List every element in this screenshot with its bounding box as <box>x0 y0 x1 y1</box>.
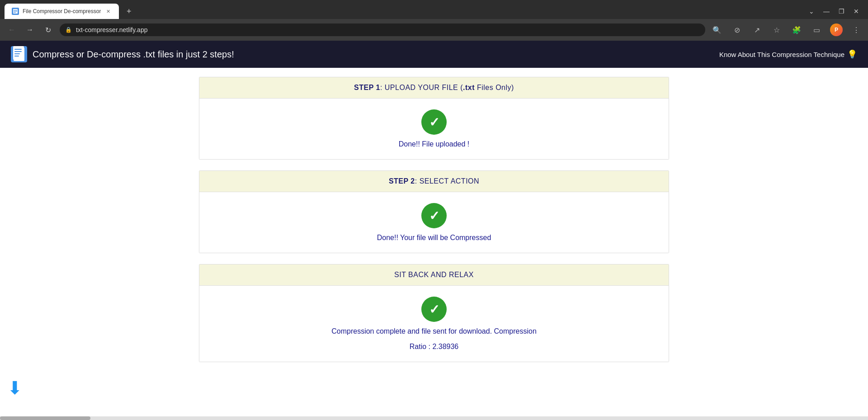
tab-close-button[interactable]: ✕ <box>104 8 112 15</box>
bookmark-icon[interactable]: ☆ <box>770 24 783 36</box>
svg-rect-2 <box>14 10 17 10</box>
step3-body: ✓ Compression complete and file sent for… <box>199 286 669 362</box>
step2-container: STEP 2: SELECT ACTION ✓ Done!! Your file… <box>199 170 669 253</box>
step3-message-line2: Ratio : 2.38936 <box>410 343 459 351</box>
step3-message-line1: Compression complete and file sent for d… <box>331 327 537 335</box>
step1-container: STEP 1: UPLOAD YOUR FILE (.txt Files Onl… <box>199 77 669 160</box>
maximize-button[interactable]: ❐ <box>839 8 844 15</box>
step2-header: STEP 2: SELECT ACTION <box>199 171 669 192</box>
address-wrap: 🔒 txt-compresser.netlify.app <box>60 24 705 36</box>
tab-bar: File Compressor De-compressor ✕ + ⌄ — ❐ … <box>0 0 868 19</box>
address-bar: ← → ↻ 🔒 txt-compresser.netlify.app 🔍 ⊘ ↗… <box>0 19 868 41</box>
download-arrow-icon[interactable]: ⬇ <box>7 378 23 398</box>
app-logo-section: Compress or De-compress .txt files in ju… <box>11 46 234 62</box>
bulb-icon: 💡 <box>847 49 857 59</box>
menu-icon[interactable]: ⋮ <box>850 24 863 36</box>
search-icon[interactable]: 🔍 <box>711 24 723 36</box>
svg-rect-8 <box>14 53 20 54</box>
media-icon[interactable]: ⊘ <box>731 24 743 36</box>
scroll-bar[interactable] <box>0 416 868 420</box>
step1-body: ✓ Done!! File uploaded ! <box>199 99 669 159</box>
url-display[interactable]: txt-compresser.netlify.app <box>60 24 705 36</box>
svg-rect-6 <box>14 49 22 50</box>
split-icon[interactable]: ▭ <box>810 24 823 36</box>
reload-button[interactable]: ↻ <box>42 24 54 36</box>
know-link[interactable]: Know About This Compression Technique 💡 <box>719 49 857 59</box>
tab-favicon <box>12 8 19 15</box>
know-link-text: Know About This Compression Technique <box>719 51 844 58</box>
forward-button[interactable]: → <box>24 24 36 36</box>
window-controls: ⌄ — ❐ ✕ <box>809 8 863 15</box>
svg-rect-5 <box>13 46 24 60</box>
step3-label: SIT BACK AND RELAX <box>394 271 474 278</box>
svg-rect-4 <box>14 12 16 13</box>
toolbar-icons: 🔍 ⊘ ↗ ☆ 🧩 ▭ P ⋮ <box>711 24 863 36</box>
svg-rect-9 <box>14 56 19 57</box>
minimize-button[interactable]: — <box>823 8 830 15</box>
svg-rect-3 <box>14 11 17 12</box>
step1-message: Done!! File uploaded ! <box>399 140 470 148</box>
main-content: STEP 1: UPLOAD YOUR FILE (.txt Files Onl… <box>0 68 868 420</box>
step3-checkmark: ✓ <box>421 297 447 322</box>
step1-header: STEP 1: UPLOAD YOUR FILE (.txt Files Onl… <box>199 77 669 99</box>
step3-header-text: SIT BACK AND RELAX <box>208 271 660 279</box>
app-title: Compress or De-compress .txt files in ju… <box>33 49 234 60</box>
tab-title: File Compressor De-compressor <box>23 8 101 14</box>
svg-rect-7 <box>14 51 22 52</box>
download-area: ⬇ <box>0 373 868 398</box>
back-button[interactable]: ← <box>5 24 18 36</box>
extensions-icon[interactable]: 🧩 <box>790 24 803 36</box>
step3-container: SIT BACK AND RELAX ✓ Compression complet… <box>199 264 669 362</box>
active-tab[interactable]: File Compressor De-compressor ✕ <box>5 4 119 19</box>
scroll-thumb[interactable] <box>0 416 90 420</box>
step2-header-text: STEP 2: SELECT ACTION <box>208 177 660 185</box>
dropdown-icon[interactable]: ⌄ <box>809 8 814 15</box>
app-logo-icon <box>11 46 27 62</box>
share-icon[interactable]: ↗ <box>750 24 763 36</box>
step2-body: ✓ Done!! Your file will be Compressed <box>199 192 669 253</box>
step2-checkmark: ✓ <box>421 203 447 228</box>
step3-header: SIT BACK AND RELAX <box>199 264 669 286</box>
step2-message: Done!! Your file will be Compressed <box>377 234 491 242</box>
profile-avatar[interactable]: P <box>830 24 843 36</box>
lock-icon: 🔒 <box>65 27 72 33</box>
step1-txt: .txt <box>463 84 475 91</box>
close-button[interactable]: ✕ <box>854 8 859 15</box>
step1-checkmark: ✓ <box>421 109 447 135</box>
step1-header-text: STEP 1: UPLOAD YOUR FILE (.txt Files Onl… <box>208 84 660 92</box>
new-tab-button[interactable]: + <box>123 5 135 18</box>
app-header: Compress or De-compress .txt files in ju… <box>0 41 868 68</box>
browser-chrome: File Compressor De-compressor ✕ + ⌄ — ❐ … <box>0 0 868 41</box>
step2-label: STEP 2 <box>389 177 415 185</box>
step1-label: STEP 1 <box>354 84 380 91</box>
